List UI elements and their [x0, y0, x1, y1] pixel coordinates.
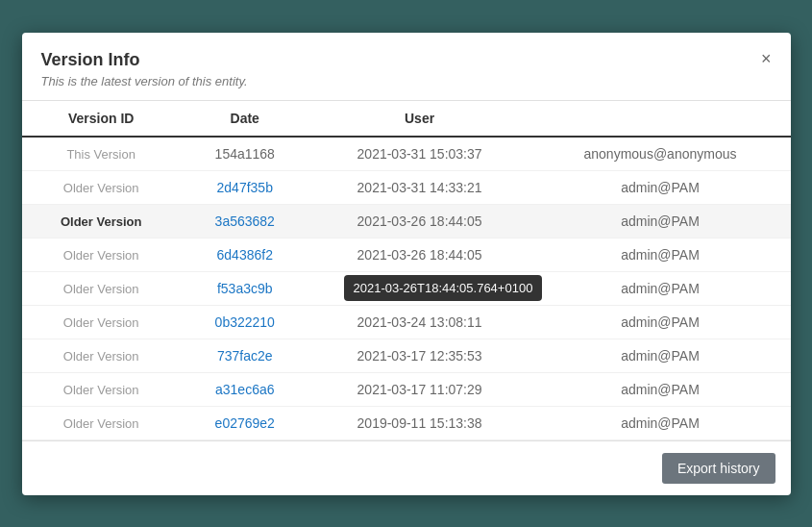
version-id-link[interactable]: a31ec6a6 [215, 382, 275, 397]
table-row: Older Version737fac2e2021-03-17 12:35:53… [22, 339, 791, 372]
version-label: Older Version [63, 248, 139, 263]
modal-subtitle: This is the latest version of this entit… [41, 74, 772, 88]
col-header-version-id: Version ID [22, 101, 181, 137]
version-date: 2021-03-17 12:35:53 [309, 339, 530, 372]
version-table: Version ID Date User This Version154a116… [22, 101, 791, 440]
version-user: admin@PAM [529, 305, 790, 339]
version-label: Older Version [63, 181, 139, 195]
version-date: 2021-03-17 11:07:29 [309, 372, 530, 406]
table-header-row: Version ID Date User [22, 101, 791, 137]
version-id-text: 154a1168 [215, 146, 275, 162]
version-user: admin@PAM [529, 271, 790, 305]
version-info-modal: Version Info This is the latest version … [22, 33, 791, 495]
table-row: Older Versione02769e22019-09-11 15:13:38… [22, 406, 791, 439]
version-id-link[interactable]: 737fac2e [217, 348, 273, 364]
close-button[interactable]: × [757, 46, 775, 71]
table-row: Older Version3a5636822021-03-26 18:44:05… [22, 204, 791, 238]
version-id-link[interactable]: 3a563682 [215, 213, 275, 229]
version-date: 2021-03-31 14:33:21 [309, 170, 530, 204]
version-label: This Version [66, 147, 135, 162]
modal-header: Version Info This is the latest version … [22, 33, 791, 101]
version-date: 2021-03-24 13:08:11 [309, 305, 530, 339]
version-label: Older Version [63, 315, 139, 330]
version-date: 2021-03-26 18:44:05 [309, 204, 530, 238]
version-user: anonymous@anonymous [529, 137, 790, 171]
version-id-link[interactable]: f53a3c9b [217, 281, 273, 296]
modal-body: Version ID Date User This Version154a116… [22, 101, 791, 440]
version-id-link[interactable]: 6d4386f2 [217, 247, 273, 263]
version-label: Older Version [61, 214, 142, 229]
table-row: This Version154a11682021-03-31 15:03:37a… [22, 137, 791, 171]
version-date: 2021-03-26 18:44:05 [309, 238, 530, 271]
col-header-date: Date [181, 101, 309, 137]
export-history-button[interactable]: Export history [662, 453, 775, 484]
version-label: Older Version [63, 349, 139, 364]
version-label: Older Version [63, 416, 139, 431]
version-label: Older Version [63, 383, 139, 397]
version-user: admin@PAM [529, 372, 790, 406]
modal-title: Version Info [41, 50, 772, 70]
col-header-user: User [309, 101, 530, 137]
table-row: Older Versionf53a3c9b2021-03-26 18:12:08… [22, 271, 791, 305]
table-row: Older Version2d47f35b2021-03-31 14:33:21… [22, 170, 791, 204]
version-date: 2021-03-26 18:12:08 [309, 271, 530, 305]
version-label: Older Version [63, 282, 139, 296]
version-user: admin@PAM [529, 238, 790, 271]
version-id-link[interactable]: 0b322210 [215, 314, 275, 330]
version-user: admin@PAM [529, 204, 790, 238]
version-id-link[interactable]: e02769e2 [215, 415, 275, 431]
version-user: admin@PAM [529, 339, 790, 372]
version-date: 2019-09-11 15:13:38 [309, 406, 530, 439]
table-row: Older Version6d4386f22021-03-26 18:44:05… [22, 238, 791, 271]
version-id-link[interactable]: 2d47f35b [217, 180, 273, 195]
version-user: admin@PAM [529, 170, 790, 204]
table-row: Older Versiona31ec6a62021-03-17 11:07:29… [22, 372, 791, 406]
version-user: admin@PAM [529, 406, 790, 439]
version-date: 2021-03-31 15:03:37 [309, 137, 530, 171]
modal-footer: Export history [22, 440, 791, 495]
table-row: Older Version0b3222102021-03-24 13:08:11… [22, 305, 791, 339]
